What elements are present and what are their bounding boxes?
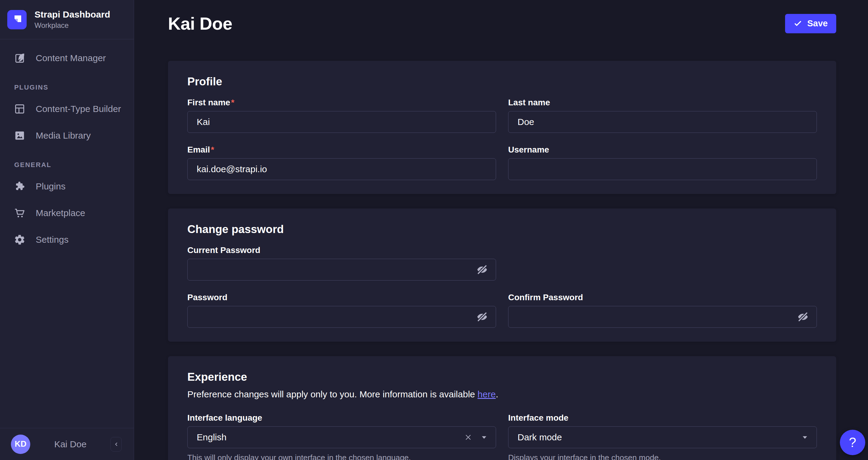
field-interface-mode: Interface mode Dark mode Displays your i… [508,413,817,460]
layout-icon [14,103,25,115]
user-avatar[interactable]: KD [11,435,30,454]
workspace-text: Strapi Dashboard Workplace [34,9,110,30]
eye-off-icon [797,311,809,323]
sidebar-item-media-library[interactable]: Media Library [0,122,134,149]
sidebar-item-label: Marketplace [36,208,85,218]
experience-title: Experience [187,371,817,384]
sidebar-item-plugins[interactable]: Plugins [0,173,134,200]
interface-mode-select[interactable]: Dark mode [508,426,817,448]
label-text: Username [508,145,549,155]
chevron-left-icon [113,441,120,448]
sidebar-nav: Content Manager PLUGINS Content-Type Bui… [0,39,134,428]
sidebar-item-content-manager[interactable]: Content Manager [0,45,134,71]
username-label: Username [508,145,817,155]
current-password-input[interactable] [187,259,496,280]
toggle-confirm-password-visibility-button[interactable] [797,311,809,323]
password-label: Password [187,293,496,302]
field-new-password: Password [187,293,496,328]
nav-section-plugins-label: PLUGINS [0,84,134,91]
password-input[interactable] [187,306,496,328]
save-button-label: Save [807,19,828,28]
help-button[interactable]: ? [840,430,865,455]
last-name-label: Last name [508,98,817,108]
grid-spacer [508,245,817,280]
label-text: Email [187,145,210,155]
change-password-card: Change password Current Password [168,209,836,342]
interface-language-label: Interface language [187,413,496,423]
field-interface-language: Interface language English [187,413,496,460]
password-form-grid: Current Password [187,245,817,328]
user-name[interactable]: Kai Doe [36,439,104,450]
sidebar-item-settings[interactable]: Settings [0,226,134,253]
label-text: Interface language [187,413,262,423]
username-input[interactable] [508,158,817,180]
sidebar-item-label: Plugins [36,181,65,191]
sidebar-item-label: Content-Type Builder [36,104,121,114]
chevron-down-icon[interactable] [802,435,807,439]
chevron-down-icon[interactable] [481,435,487,439]
password-wrap [187,306,496,328]
interface-mode-label: Interface mode [508,413,817,423]
image-icon [14,130,25,141]
collapse-sidebar-button[interactable] [111,437,122,452]
description-suffix: . [496,389,498,399]
interface-language-hint: This will only display your own interfac… [187,453,496,460]
toggle-password-visibility-button[interactable] [476,311,488,323]
last-name-input[interactable] [508,111,817,133]
app-root: Strapi Dashboard Workplace Content Manag… [0,0,868,460]
eye-off-icon [476,264,488,275]
first-name-label: First name* [187,98,496,108]
sidebar-item-marketplace[interactable]: Marketplace [0,200,134,226]
current-password-label: Current Password [187,245,496,255]
interface-language-select[interactable]: English [187,426,496,448]
interface-language-value: English [197,432,226,442]
pen-icon [14,52,25,64]
more-info-link[interactable]: here [477,389,496,399]
select-icons [802,435,807,439]
required-mark: * [231,98,235,108]
gear-icon [14,234,25,245]
experience-form-grid: Interface language English [187,413,817,460]
experience-card: Experience Preference changes will apply… [168,356,836,460]
sidebar-item-label: Settings [36,235,68,245]
page-title: Kai Doe [168,13,232,34]
workspace-switcher[interactable]: Strapi Dashboard Workplace [0,0,134,39]
check-icon [794,19,802,28]
email-label: Email* [187,145,496,155]
label-text: First name [187,98,230,108]
label-text: Current Password [187,245,260,255]
workspace-subtitle: Workplace [34,21,110,30]
required-mark: * [211,145,214,155]
save-button[interactable]: Save [785,14,836,33]
label-text: Confirm Password [508,293,583,302]
main-content: Kai Doe Save Profile First name* [134,0,868,460]
experience-description: Preference changes will apply only to yo… [187,389,817,400]
field-current-password: Current Password [187,245,496,280]
confirm-password-input[interactable] [508,306,817,328]
label-text: Password [187,293,227,302]
sidebar: Strapi Dashboard Workplace Content Manag… [0,0,134,460]
toggle-current-password-visibility-button[interactable] [476,264,488,276]
profile-form-grid: First name* Last name Email* [187,98,817,180]
clear-icon[interactable] [464,433,473,442]
workspace-title: Strapi Dashboard [34,9,110,20]
current-password-wrap [187,259,496,280]
cart-icon [14,207,25,219]
page-header: Kai Doe Save [168,13,836,34]
select-icons [464,433,487,442]
label-text: Last name [508,98,550,108]
label-text: Interface mode [508,413,568,423]
first-name-input[interactable] [187,111,496,133]
field-confirm-password: Confirm Password [508,293,817,328]
email-input[interactable] [187,158,496,180]
field-first-name: First name* [187,98,496,133]
eye-off-icon [476,311,488,323]
nav-section-general-label: GENERAL [0,161,134,169]
sidebar-item-content-type-builder[interactable]: Content-Type Builder [0,96,134,122]
sidebar-item-label: Media Library [36,130,91,141]
field-email: Email* [187,145,496,180]
interface-mode-hint: Displays your interface in the chosen mo… [508,453,817,460]
profile-card: Profile First name* Last name Em [168,61,836,194]
interface-mode-value: Dark mode [518,432,562,442]
sidebar-footer: KD Kai Doe [0,428,134,460]
